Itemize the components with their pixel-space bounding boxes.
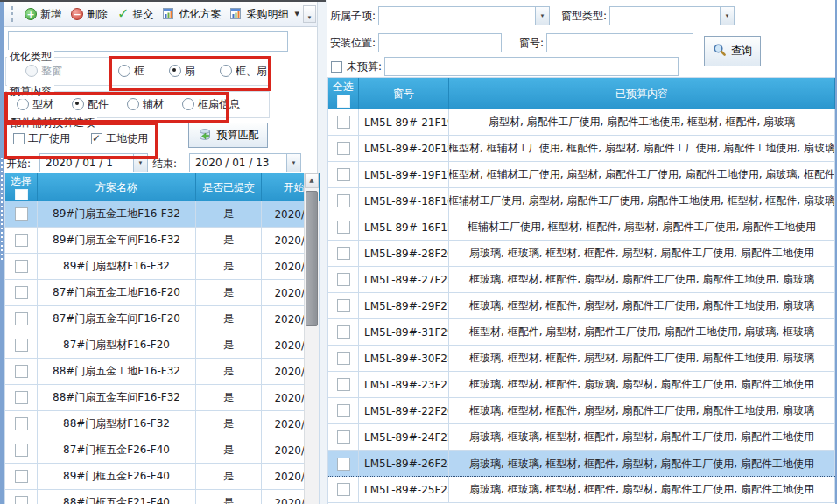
- row-checkbox[interactable]: [15, 365, 28, 378]
- toolbar-overflow-button[interactable]: —▼: [303, 5, 316, 23]
- budget-row[interactable]: LM5L-89#-21F19 扇型材, 扇配件工厂使用, 扇配件工地使用, 框型…: [328, 109, 835, 136]
- budget-row[interactable]: LM5L-89#-24F22 扇玻璃, 框玻璃, 框型材, 框配件, 扇型材, …: [328, 424, 835, 451]
- radio-option[interactable]: 型材: [17, 97, 53, 112]
- left-splitter-grip[interactable]: [0, 0, 4, 504]
- start-date-picker[interactable]: 2020 / 01 / 1 ▼: [39, 153, 148, 172]
- checkbox-icon: [13, 133, 25, 144]
- row-checkbox[interactable]: [15, 496, 28, 504]
- checkbox-option[interactable]: 工地使用: [91, 131, 148, 146]
- start-date-dropdown-button[interactable]: ▼: [133, 154, 147, 172]
- select-all-checkbox[interactable]: [337, 94, 350, 108]
- radio-option[interactable]: 辅材: [127, 97, 164, 112]
- row-checkbox[interactable]: [15, 234, 28, 247]
- window-no-header[interactable]: 窗号: [359, 78, 449, 109]
- budget-row[interactable]: LM5L-89#-22F20 框玻璃, 框型材, 框配件, 扇型材, 扇配件工厂…: [328, 398, 835, 424]
- budgeted-content-cell: 框型材, 框辅材工厂使用, 框配件, 扇型材, 扇配件工厂使用, 扇配件工地使用…: [449, 136, 835, 161]
- budget-row[interactable]: LM5L-89#-16F15 框辅材工厂使用, 框型材, 框配件, 扇型材, 扇…: [328, 214, 835, 241]
- radio-option[interactable]: 框、扇: [220, 64, 267, 79]
- budget-row[interactable]: LM5L-89#-31F29 框型材, 框配件, 扇型材, 扇配件工厂使用, 扇…: [328, 319, 835, 346]
- budget-row[interactable]: LM5L-89#-20F18 框型材, 框辅材工厂使用, 框配件, 扇型材, 扇…: [328, 136, 835, 162]
- budget-table-header: 全选 窗号 已预算内容: [328, 78, 835, 109]
- budget-row[interactable]: LM5L-89#-28F26 扇玻璃, 框玻璃, 框型材, 框配件, 扇型材, …: [328, 241, 835, 267]
- plan-row[interactable]: 89#门扇型材F16-F32 是 2020/0: [5, 254, 320, 280]
- row-checkbox[interactable]: [15, 444, 28, 457]
- plan-row-select-cell: [5, 438, 38, 463]
- purchase-detail-button[interactable]: 采购明细 ▼: [226, 5, 303, 24]
- sub-item-combo[interactable]: ▼: [378, 6, 550, 25]
- plan-row[interactable]: 88#门扇五金工地F16-F32 是 2020/0: [5, 359, 320, 385]
- row-checkbox[interactable]: [337, 458, 350, 471]
- row-checkbox[interactable]: [337, 194, 350, 207]
- row-checkbox[interactable]: [337, 273, 350, 286]
- window-type-dropdown-button[interactable]: ▼: [720, 7, 734, 24]
- budget-row[interactable]: LM5L-89#-25F23 扇玻璃, 框玻璃, 框型材, 框配件, 扇型材, …: [328, 477, 835, 503]
- checkbox-option[interactable]: 工厂使用: [13, 131, 70, 146]
- budget-row[interactable]: LM5L-89#-30F28 框玻璃, 框型材, 框配件, 扇型材, 扇配件工厂…: [328, 346, 835, 372]
- plan-row[interactable]: 88#门框五金F21-F40 是 2020/0: [5, 490, 320, 504]
- row-checkbox[interactable]: [15, 417, 28, 430]
- unbudgeted-checkbox[interactable]: [331, 61, 342, 73]
- select-all-checkbox[interactable]: [15, 189, 28, 200]
- plan-row[interactable]: 88#门扇五金车间F16-F32 是 2020/0: [5, 385, 320, 411]
- row-checkbox[interactable]: [15, 312, 28, 326]
- window-no-input[interactable]: [546, 33, 693, 52]
- row-checkbox[interactable]: [15, 470, 28, 483]
- plan-row[interactable]: 89#门扇五金工地F16-F32 是 2020/0: [5, 201, 320, 228]
- plan-row[interactable]: 87#门扇五金工地F16-F20 是 2020/0: [5, 280, 320, 306]
- submit-button[interactable]: ✓ 提交: [113, 5, 158, 24]
- row-checkbox[interactable]: [15, 286, 28, 299]
- row-checkbox[interactable]: [337, 247, 350, 260]
- plan-row[interactable]: 87#门扇型材F16-F20 是 2020/0: [5, 332, 320, 359]
- row-checkbox[interactable]: [337, 430, 350, 444]
- row-checkbox[interactable]: [337, 378, 350, 391]
- add-button[interactable]: + 新增: [20, 5, 66, 24]
- budget-match-button[interactable]: 预算匹配: [188, 122, 268, 148]
- install-position-input[interactable]: [378, 33, 502, 52]
- budget-row[interactable]: LM5L-89#-26F24 扇玻璃, 框玻璃, 框型材, 框配件, 扇型材, …: [328, 451, 835, 477]
- row-checkbox[interactable]: [337, 116, 350, 129]
- budget-row[interactable]: LM5L-89#-23F21 框玻璃, 框型材, 框配件, 扇玻璃, 扇型材, …: [328, 372, 835, 398]
- submitted-header[interactable]: 是否已提交: [196, 173, 262, 201]
- window-type-combo[interactable]: ▼: [609, 6, 735, 25]
- unbudgeted-input[interactable]: [384, 57, 679, 76]
- plan-row[interactable]: 87#门框五金F26-F40 是 2020/0: [5, 438, 320, 464]
- row-checkbox[interactable]: [337, 220, 350, 234]
- row-checkbox[interactable]: [337, 404, 350, 417]
- plan-table-scrollbar[interactable]: ▲: [304, 173, 319, 504]
- plan-row[interactable]: 87#门扇五金车间F16-F20 是 2020/0: [5, 306, 320, 332]
- row-checkbox[interactable]: [15, 339, 28, 352]
- scrollbar-thumb[interactable]: [306, 191, 318, 326]
- radio-option[interactable]: 框扇信息: [182, 97, 240, 112]
- plan-row[interactable]: 89#门框五金F26-F40 是 2020/0: [5, 464, 320, 490]
- budget-row[interactable]: LM5L-89#-27F25 框玻璃, 框型材, 框配件, 扇型材, 扇配件工厂…: [328, 267, 835, 293]
- query-button[interactable]: 查询: [704, 36, 761, 66]
- row-checkbox[interactable]: [15, 260, 28, 273]
- row-checkbox[interactable]: [337, 352, 350, 365]
- optimize-plan-button[interactable]: 优化方案: [158, 5, 225, 24]
- plan-filter-input[interactable]: [8, 32, 288, 52]
- radio-option[interactable]: 配件: [72, 97, 109, 112]
- row-checkbox[interactable]: [337, 483, 350, 496]
- row-checkbox[interactable]: [15, 207, 28, 220]
- budget-row[interactable]: LM5L-89#-19F17 框型材, 框辅材工厂使用, 扇型材, 扇配件工厂使…: [328, 162, 835, 188]
- budgeted-content-header[interactable]: 已预算内容: [449, 78, 835, 109]
- scroll-up-icon[interactable]: ▲: [305, 173, 319, 188]
- row-checkbox[interactable]: [15, 391, 28, 404]
- budget-row[interactable]: LM5L-89#-18F16 框辅材工厂使用, 扇型材, 扇配件工厂使用, 扇配…: [328, 188, 835, 214]
- radio-option[interactable]: 框: [118, 64, 144, 79]
- sub-item-dropdown-button[interactable]: ▼: [535, 7, 549, 24]
- radio-option[interactable]: 整窗: [25, 64, 62, 79]
- budget-row[interactable]: LM5L-89#-29F27 框玻璃, 框型材, 框配件, 扇型材, 扇配件工厂…: [328, 293, 835, 319]
- plan-row[interactable]: 89#门扇五金车间F16-F32 是 2020/0: [5, 228, 320, 254]
- plan-name-header[interactable]: 方案名称: [38, 173, 196, 201]
- row-checkbox[interactable]: [337, 299, 350, 312]
- budgeted-content-cell: 框玻璃, 框型材, 框配件, 扇型材, 扇配件工厂使用, 扇配件工地使用, 扇玻…: [449, 293, 835, 318]
- delete-button[interactable]: − 删除: [67, 5, 112, 24]
- radio-option[interactable]: 扇: [169, 64, 195, 79]
- row-checkbox[interactable]: [337, 168, 350, 181]
- plan-row[interactable]: 88#门扇型材F16-F32 是 2020/0: [5, 411, 320, 438]
- end-date-dropdown-button[interactable]: ▼: [286, 154, 300, 172]
- row-checkbox[interactable]: [337, 326, 350, 339]
- row-checkbox[interactable]: [337, 142, 350, 155]
- end-date-picker[interactable]: 2020 / 01 / 13 ▼: [189, 153, 301, 172]
